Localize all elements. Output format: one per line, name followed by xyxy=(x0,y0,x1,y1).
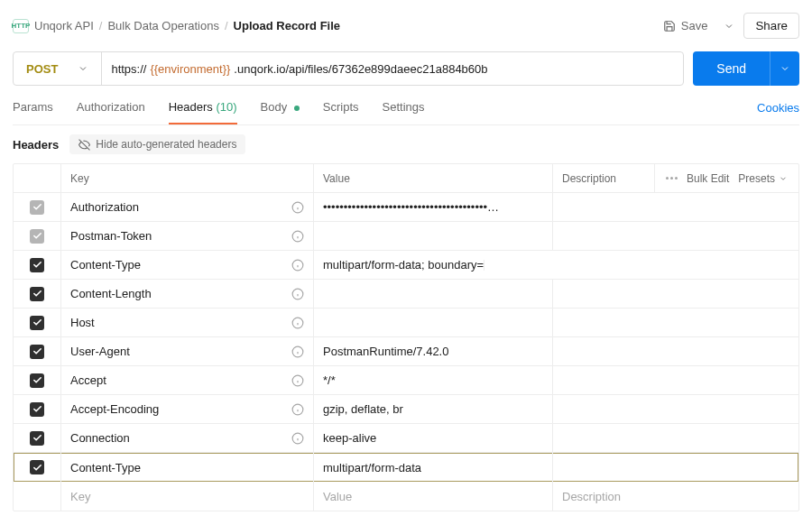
header-value-cell[interactable] xyxy=(313,309,552,336)
more-actions-button[interactable] xyxy=(666,177,678,180)
presets-dropdown[interactable]: Presets xyxy=(738,172,788,185)
header-description-cell[interactable] xyxy=(552,366,798,394)
header-description-cell[interactable] xyxy=(484,260,503,271)
header-description-cell[interactable] xyxy=(552,395,798,423)
info-icon[interactable] xyxy=(291,374,304,387)
breadcrumb-item[interactable]: Bulk Data Operations xyxy=(107,19,219,32)
col-description: Description xyxy=(552,164,654,192)
header-description-cell[interactable] xyxy=(552,222,798,250)
header-value-cell[interactable]: keep-alive xyxy=(313,424,552,452)
breadcrumb: HTTP Unqork API / Bulk Data Operations /… xyxy=(13,19,340,33)
breadcrumb-sep: / xyxy=(99,19,103,32)
tab-headers-count: (10) xyxy=(216,100,236,114)
row-checkbox[interactable] xyxy=(30,345,44,359)
breadcrumb-sep: / xyxy=(225,19,228,32)
info-icon[interactable] xyxy=(291,345,304,358)
row-checkbox[interactable] xyxy=(30,460,44,474)
headers-table: Key Value Description Bulk Edit Presets … xyxy=(13,163,799,511)
tab-settings[interactable]: Settings xyxy=(383,100,425,124)
row-checkbox[interactable] xyxy=(30,287,44,301)
tab-body[interactable]: Body xyxy=(261,100,300,124)
header-description-cell[interactable] xyxy=(552,309,798,336)
header-key-cell[interactable]: User-Agent xyxy=(60,337,313,365)
url-prefix: https:// xyxy=(111,62,146,76)
new-description-input[interactable]: Description xyxy=(552,482,798,511)
header-key-cell[interactable]: Content-Type xyxy=(60,453,313,482)
cookies-link[interactable]: Cookies xyxy=(757,101,799,124)
header-key-cell[interactable]: Connection xyxy=(60,424,313,452)
breadcrumb-item-current: Upload Record File xyxy=(234,19,340,32)
tab-params[interactable]: Params xyxy=(13,100,53,124)
header-key-cell[interactable]: Accept xyxy=(60,366,313,394)
header-key-cell[interactable]: Authorization xyxy=(60,193,313,221)
send-dropdown-button[interactable] xyxy=(770,51,799,86)
row-checkbox[interactable] xyxy=(30,373,44,388)
info-icon[interactable] xyxy=(291,201,304,214)
tab-headers[interactable]: Headers (10) xyxy=(169,100,237,124)
header-key-cell[interactable]: Content-Length xyxy=(60,280,313,308)
chevron-down-icon xyxy=(724,21,734,32)
tab-headers-label: Headers xyxy=(169,100,213,114)
tab-body-label: Body xyxy=(261,100,288,114)
row-checkbox[interactable] xyxy=(30,200,44,215)
table-row: Postman-Token xyxy=(14,222,798,251)
method-url-group: POST https:// {{environment}} .unqork.io… xyxy=(13,51,684,86)
row-checkbox[interactable] xyxy=(30,316,44,330)
header-key-cell[interactable]: Accept-Encoding xyxy=(60,395,313,423)
chevron-down-icon xyxy=(78,63,88,74)
header-value-cell[interactable]: PostmanRuntime/7.42.0 xyxy=(313,337,552,365)
header-value-cell[interactable]: multipart/form-data xyxy=(313,453,552,482)
dots-icon xyxy=(666,177,678,180)
header-value-cell[interactable] xyxy=(313,280,552,308)
table-row: Content-Typemultipart/form-data xyxy=(14,453,798,482)
table-row: Accept*/* xyxy=(14,366,798,395)
new-key-input[interactable]: Key xyxy=(60,482,313,511)
info-icon[interactable] xyxy=(291,432,304,445)
table-row: Content-Length xyxy=(14,280,798,309)
header-value-cell[interactable] xyxy=(313,222,552,250)
http-method-icon: HTTP xyxy=(13,19,29,33)
table-row: Authorization•••••••••••••••••••••••••••… xyxy=(14,193,798,222)
save-button[interactable]: Save xyxy=(656,15,715,36)
chevron-down-icon xyxy=(779,174,788,183)
header-description-cell[interactable] xyxy=(552,193,798,221)
row-checkbox[interactable] xyxy=(30,258,44,272)
info-icon[interactable] xyxy=(291,403,304,416)
info-icon[interactable] xyxy=(291,288,304,300)
row-checkbox[interactable] xyxy=(30,431,44,446)
header-key-cell[interactable]: Host xyxy=(60,309,313,336)
header-value-cell[interactable]: gzip, deflate, br xyxy=(313,395,552,423)
share-button[interactable]: Share xyxy=(743,13,799,39)
new-value-input[interactable]: Value xyxy=(313,482,552,511)
header-key-cell[interactable]: Postman-Token xyxy=(60,222,313,250)
row-checkbox[interactable] xyxy=(30,229,44,244)
tab-scripts[interactable]: Scripts xyxy=(323,100,359,124)
request-url-input[interactable]: https:// {{environment}} .unqork.io/api/… xyxy=(102,52,683,85)
header-value-cell[interactable]: */* xyxy=(313,366,552,394)
save-icon xyxy=(663,20,676,32)
header-key-cell[interactable]: Content-Type xyxy=(60,251,313,279)
header-value-cell[interactable]: ••••••••••••••••••••••••••••••••••••••••… xyxy=(313,193,552,221)
hide-auto-headers-button[interactable]: Hide auto-generated headers xyxy=(69,134,245,154)
url-variable: {{environment}} xyxy=(150,62,230,76)
col-key: Key xyxy=(60,164,313,192)
header-description-cell[interactable] xyxy=(552,453,798,482)
row-checkbox[interactable] xyxy=(30,402,44,417)
info-icon[interactable] xyxy=(291,259,304,272)
headers-section-label: Headers xyxy=(13,138,59,152)
save-dropdown-button[interactable] xyxy=(720,17,738,35)
info-icon[interactable] xyxy=(291,317,304,329)
header-description-cell[interactable] xyxy=(552,337,798,365)
header-value-cell[interactable]: multipart/form-data; boundary= xyxy=(313,251,552,279)
bulk-edit-button[interactable]: Bulk Edit xyxy=(687,172,729,185)
table-header-row: Key Value Description Bulk Edit Presets xyxy=(14,164,798,193)
col-value: Value xyxy=(313,164,552,192)
breadcrumb-item[interactable]: Unqork API xyxy=(34,19,94,32)
header-description-cell[interactable] xyxy=(552,424,798,452)
http-method-select[interactable]: POST xyxy=(14,52,102,85)
eye-off-icon xyxy=(78,139,90,151)
send-button[interactable]: Send xyxy=(693,51,770,86)
tab-authorization[interactable]: Authorization xyxy=(77,100,145,124)
header-description-cell[interactable] xyxy=(552,280,798,308)
info-icon[interactable] xyxy=(291,230,304,243)
